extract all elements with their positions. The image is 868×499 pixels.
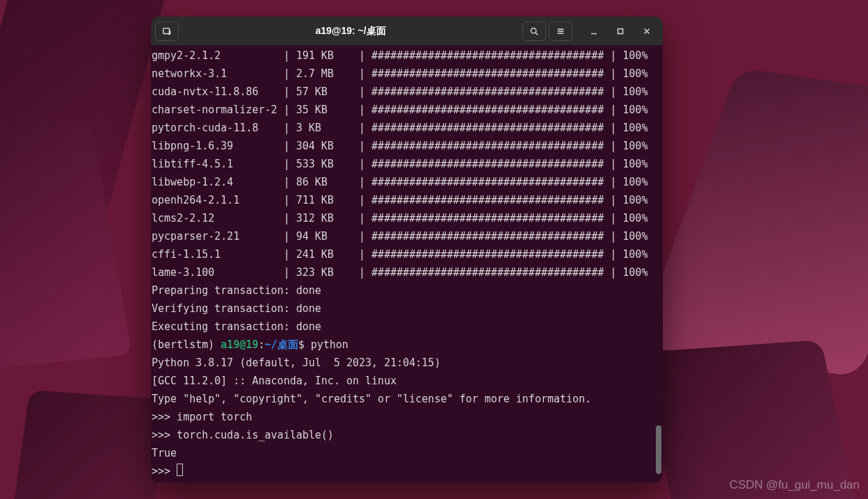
python-repl-line: >>> torch.cuda.is_available()	[151, 426, 663, 444]
titlebar[interactable]: a19@19: ~/桌面	[151, 17, 663, 45]
new-tab-button[interactable]	[155, 22, 179, 41]
python-output: [GCC 11.2.0] :: Anaconda, Inc. on linux	[151, 372, 663, 390]
python-repl-line: True	[151, 444, 663, 462]
terminal-window: a19@19: ~/桌面 gmpy	[151, 17, 663, 482]
new-tab-icon	[162, 26, 172, 36]
download-line: libwebp-1.2.4 | 86 KB | ################…	[151, 173, 663, 191]
python-output: Type "help", "copyright", "credits" or "…	[151, 390, 663, 408]
hamburger-icon	[556, 26, 565, 36]
download-line: networkx-3.1 | 2.7 MB | ################…	[151, 65, 663, 83]
transaction-line: Executing transaction: done	[151, 318, 663, 336]
scrollbar-thumb[interactable]	[656, 425, 661, 474]
transaction-line: Verifying transaction: done	[151, 300, 663, 318]
download-line: cuda-nvtx-11.8.86 | 57 KB | ############…	[151, 83, 663, 101]
cursor	[177, 464, 183, 476]
minimize-icon	[590, 27, 598, 35]
hamburger-menu-button[interactable]	[549, 22, 572, 41]
python-repl-prompt: >>>	[151, 462, 663, 480]
window-title: a19@19: ~/桌面	[183, 25, 518, 38]
download-line: cffi-1.15.1 | 241 KB | #################…	[151, 245, 663, 263]
download-line: libpng-1.6.39 | 304 KB | ###############…	[151, 137, 663, 155]
prompt-line: (bertlstm) a19@19:~/桌面$ python	[151, 336, 663, 354]
download-line: openh264-2.1.1 | 711 KB | ##############…	[151, 191, 663, 209]
search-icon	[529, 26, 539, 36]
download-line: libtiff-4.5.1 | 533 KB | ###############…	[151, 155, 663, 173]
svg-rect-2	[618, 28, 623, 33]
python-repl-line: >>> import torch	[151, 408, 663, 426]
close-button[interactable]	[635, 22, 659, 41]
svg-rect-0	[163, 28, 170, 33]
download-line: lame-3.100 | 323 KB | ##################…	[151, 263, 663, 281]
download-line: charset-normalizer-2 | 35 KB | #########…	[151, 101, 663, 119]
transaction-line: Preparing transaction: done	[151, 281, 663, 300]
close-icon	[643, 27, 651, 35]
download-line: gmpy2-2.1.2 | 191 KB | #################…	[151, 47, 663, 65]
python-output: Python 3.8.17 (default, Jul 5 2023, 21:0…	[151, 354, 663, 372]
svg-point-1	[531, 28, 536, 33]
minimize-button[interactable]	[582, 22, 606, 41]
wallpaper-shape	[12, 390, 168, 499]
download-line: pytorch-cuda-11.8 | 3 KB | #############…	[151, 119, 663, 137]
terminal-body[interactable]: gmpy2-2.1.2 | 191 KB | #################…	[151, 45, 663, 482]
download-line: pycparser-2.21 | 94 KB | ###############…	[151, 227, 663, 245]
search-button[interactable]	[522, 22, 546, 41]
maximize-icon	[616, 27, 625, 35]
watermark: CSDN @fu_gui_mu_dan	[730, 478, 860, 492]
wallpaper-shape	[636, 68, 868, 377]
download-line: lcms2-2.12 | 312 KB | ##################…	[151, 209, 663, 227]
maximize-button[interactable]	[609, 22, 632, 41]
